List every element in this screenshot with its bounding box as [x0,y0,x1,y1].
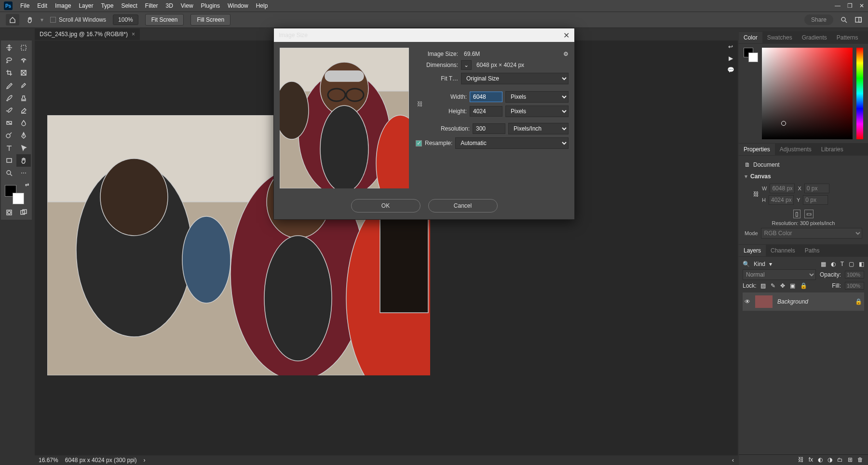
constrain-link-icon[interactable]: ⛓ [416,101,424,107]
menu-filter[interactable]: Filter [141,1,162,11]
fx-icon[interactable]: fx [809,456,813,464]
dimensions-unit-dropdown[interactable]: ⌄ [461,60,472,70]
menu-help[interactable]: Help [252,1,272,11]
path-select-tool[interactable] [16,142,31,154]
resolution-input[interactable] [473,123,505,134]
share-button[interactable]: Share [804,14,833,25]
portrait-icon[interactable]: ▯ [793,210,800,218]
canvas-width-input[interactable] [770,184,795,193]
fill-screen-button[interactable]: Fill Screen [190,14,231,26]
fill-input[interactable] [845,282,864,290]
tab-swatches[interactable]: Swatches [762,32,797,43]
lock-paint-icon[interactable]: ✎ [771,282,775,289]
mask-icon[interactable]: ◐ [818,456,823,464]
eyedropper-tool[interactable] [2,79,16,92]
gear-icon[interactable]: ⚙ [563,51,569,57]
filter-smart-icon[interactable]: ◧ [859,261,864,267]
canvas-height-input[interactable] [769,195,794,205]
cancel-button[interactable]: Cancel [428,199,498,213]
blur-tool[interactable] [16,117,31,129]
swap-colors-icon[interactable]: ⇄ [25,182,29,187]
resample-checkbox[interactable]: ✓ [416,140,422,146]
tab-gradients[interactable]: Gradients [797,32,832,43]
width-unit-select[interactable]: Pixels [505,91,569,103]
fit-to-select[interactable]: Original Size [461,73,569,84]
hand-tool[interactable] [16,154,31,167]
width-input[interactable] [470,92,502,102]
zoom-value[interactable]: 100% [113,14,138,25]
maximize-button[interactable]: ❐ [847,2,853,9]
type-tool[interactable] [2,142,16,154]
adjustment-icon[interactable]: ◑ [827,456,832,464]
filter-pixel-icon[interactable]: ▦ [821,261,826,267]
menu-image[interactable]: Image [51,1,75,11]
tab-adjustments[interactable]: Adjustments [775,144,816,155]
comment-icon[interactable]: 💬 [727,66,734,73]
fit-screen-button[interactable]: Fit Screen [145,14,184,26]
new-layer-icon[interactable]: ⊞ [848,456,853,464]
dialog-close-button[interactable]: ✕ [563,31,570,40]
stamp-tool[interactable] [16,92,31,104]
document-tab-close[interactable]: × [132,31,135,38]
filter-adjust-icon[interactable]: ◐ [831,261,836,267]
history-brush-tool[interactable] [2,104,16,117]
brush-tool[interactable] [2,92,16,104]
screenmode-tool[interactable] [16,206,31,219]
quick-select-tool[interactable] [16,54,31,66]
resolution-unit-select[interactable]: Pixels/Inch [508,123,569,134]
more-tools[interactable]: ⋯ [16,167,31,179]
menu-window[interactable]: Window [224,1,252,11]
home-button[interactable] [6,14,19,26]
status-prev-icon[interactable]: ‹ [732,457,734,464]
dodge-tool[interactable] [2,129,16,142]
lock-transparent-icon[interactable]: ▨ [760,282,766,289]
blend-mode-select[interactable]: Normal [743,269,816,280]
lasso-tool[interactable] [2,54,16,66]
rectangle-tool[interactable] [2,154,16,167]
group-icon[interactable]: 🗀 [837,456,843,464]
menu-plugins[interactable]: Plugins [197,1,224,11]
lock-all-icon[interactable]: 🔒 [800,282,807,289]
resample-select[interactable]: Automatic [455,137,569,149]
opacity-input[interactable] [845,271,864,279]
color-field[interactable] [762,48,853,139]
gradient-tool[interactable] [2,117,16,129]
close-button[interactable]: ✕ [859,2,864,9]
menu-select[interactable]: Select [117,1,141,11]
filter-type-icon[interactable]: T [841,261,844,267]
pen-tool[interactable] [16,129,31,142]
dialog-titlebar[interactable]: Image Size ✕ [274,28,574,42]
menu-view[interactable]: View [177,1,197,11]
tab-color[interactable]: Color [739,32,762,43]
search-icon[interactable] [840,16,848,24]
move-tool[interactable] [2,41,16,54]
mode-select[interactable]: RGB Color [761,228,862,239]
quickmask-tool[interactable] [2,206,16,219]
menu-layer[interactable]: Layer [75,1,97,11]
play-icon[interactable]: ▶ [729,55,733,62]
minimize-button[interactable]: — [835,2,841,9]
link-icon[interactable]: ⛓ [753,191,759,198]
document-tab[interactable]: DSC_2453.jpg @ 16.7% (RGB/8*) × [35,28,140,40]
eraser-tool[interactable] [16,104,31,117]
workspace-icon[interactable] [854,16,862,24]
lock-position-icon[interactable]: ✥ [780,282,785,289]
menu-3d[interactable]: 3D [162,1,176,11]
tab-channels[interactable]: Channels [766,245,800,256]
frame-tool[interactable] [16,66,31,79]
tab-patterns[interactable]: Patterns [832,32,863,43]
background-swatch[interactable] [13,193,24,204]
height-input[interactable] [470,106,502,117]
healing-tool[interactable] [16,79,31,92]
visibility-icon[interactable]: 👁 [745,298,750,305]
height-unit-select[interactable]: Pixels [505,106,569,117]
hue-slider[interactable] [856,48,863,139]
layer-row[interactable]: 👁 Background 🔒 [743,292,864,311]
search-icon[interactable]: 🔍 [743,261,750,267]
tab-libraries[interactable]: Libraries [816,144,848,155]
tab-properties[interactable]: Properties [739,144,775,155]
tab-paths[interactable]: Paths [800,245,825,256]
scroll-all-checkbox[interactable]: Scroll All Windows [50,16,106,23]
color-swatches[interactable]: ⇄ [2,182,31,206]
menu-edit[interactable]: Edit [33,1,51,11]
